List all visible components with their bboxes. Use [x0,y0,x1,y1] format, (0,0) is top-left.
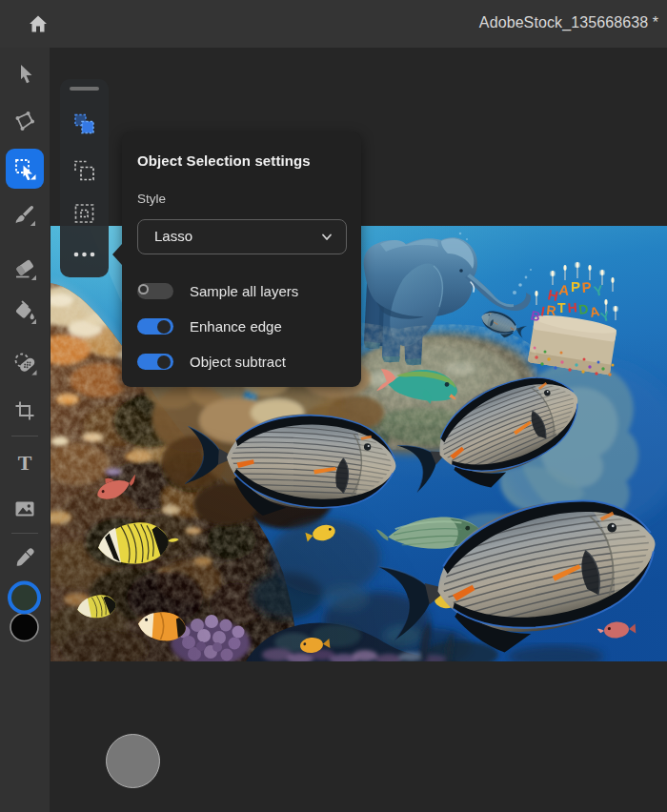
svg-text:T: T [18,452,32,475]
